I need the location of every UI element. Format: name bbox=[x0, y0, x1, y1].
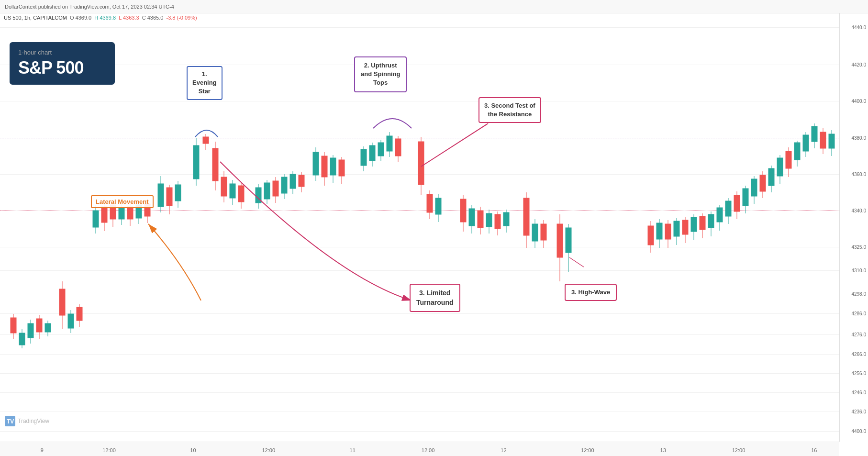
svg-rect-71 bbox=[369, 145, 375, 161]
svg-rect-145 bbox=[812, 126, 817, 142]
open-value: 4369.0 bbox=[76, 15, 93, 21]
evening-star-box: 1.EveningStar bbox=[187, 66, 223, 100]
top-bar: DollarContext published on TradingView.c… bbox=[0, 0, 868, 13]
svg-rect-69 bbox=[361, 149, 367, 166]
svg-rect-137 bbox=[777, 158, 783, 176]
svg-rect-141 bbox=[794, 143, 800, 160]
svg-rect-23 bbox=[119, 208, 124, 219]
svg-rect-9 bbox=[45, 323, 51, 332]
chart-container: DollarContext published on TradingView.c… bbox=[0, 0, 868, 456]
y-label-4325: 4325.0 bbox=[851, 244, 866, 249]
svg-rect-55 bbox=[281, 177, 287, 193]
svg-rect-61 bbox=[313, 152, 319, 175]
svg-rect-87 bbox=[469, 209, 475, 226]
x-label-13: 13 bbox=[660, 447, 666, 453]
x-label-10: 10 bbox=[190, 447, 196, 453]
svg-rect-111 bbox=[665, 224, 671, 239]
svg-rect-107 bbox=[648, 226, 654, 245]
x-axis: 9 12:00 10 12:00 11 12:00 12 12:00 13 12… bbox=[0, 442, 839, 456]
y-label-4440: 4440.0 bbox=[851, 24, 866, 30]
svg-rect-109 bbox=[657, 223, 662, 239]
sp500-info-box: 1-hour chart S&P 500 bbox=[10, 42, 115, 85]
y-label-4340: 4340.0 bbox=[851, 208, 866, 213]
svg-rect-117 bbox=[691, 217, 697, 232]
svg-rect-47 bbox=[238, 186, 244, 202]
y-label-4400-top: 4400.0 bbox=[851, 428, 866, 434]
svg-rect-35 bbox=[175, 185, 181, 201]
svg-rect-143 bbox=[803, 135, 809, 151]
instrument-label: US 500, 1h, CAPITALCOM bbox=[4, 15, 68, 21]
publisher-info: DollarContext published on TradingView.c… bbox=[5, 4, 174, 10]
chart-timeframe: 1-hour chart bbox=[18, 49, 106, 56]
y-label-4276: 4276.0 bbox=[851, 332, 866, 337]
svg-rect-89 bbox=[478, 211, 483, 228]
y-label-4286: 4286.0 bbox=[851, 311, 866, 316]
svg-rect-33 bbox=[167, 188, 172, 206]
svg-rect-51 bbox=[264, 183, 270, 199]
y-label-4266: 4266.0 bbox=[851, 351, 866, 356]
y-label-4246: 4246.0 bbox=[851, 390, 866, 395]
chart-area: .bull { fill: #26a69a; stroke: #26a69a; … bbox=[0, 13, 839, 442]
svg-rect-83 bbox=[435, 198, 441, 214]
svg-rect-11 bbox=[59, 289, 65, 315]
y-label-4420: 4420.0 bbox=[851, 62, 866, 67]
svg-rect-139 bbox=[786, 151, 791, 168]
svg-rect-105 bbox=[566, 228, 571, 253]
lateral-movement-box: Lateral Movement bbox=[91, 195, 154, 208]
upthrust-box: 2. Upthrustand SpinningTops bbox=[354, 56, 407, 92]
svg-rect-59 bbox=[299, 175, 304, 187]
tradingview-logo-icon: TV bbox=[5, 416, 15, 426]
change-value: -3.8 (-0.09%) bbox=[166, 15, 197, 21]
svg-rect-31 bbox=[158, 184, 164, 207]
low-value: 4363.3 bbox=[123, 15, 141, 21]
x-label-11: 11 bbox=[350, 447, 356, 453]
svg-rect-147 bbox=[820, 132, 826, 148]
close-value: 4365.0 bbox=[147, 15, 165, 21]
svg-rect-91 bbox=[486, 213, 492, 227]
svg-rect-53 bbox=[273, 181, 278, 196]
svg-rect-19 bbox=[101, 207, 107, 222]
svg-rect-37 bbox=[193, 145, 199, 179]
y-label-4298: 4298.0 bbox=[851, 291, 866, 297]
svg-rect-65 bbox=[330, 158, 336, 175]
svg-rect-41 bbox=[212, 148, 218, 181]
svg-rect-57 bbox=[290, 174, 296, 189]
svg-rect-45 bbox=[230, 184, 235, 198]
svg-rect-5 bbox=[28, 323, 33, 338]
svg-rect-75 bbox=[387, 136, 392, 151]
y-label-4400: 4400.0 bbox=[851, 99, 866, 104]
x-label-16: 16 bbox=[811, 447, 817, 453]
low-label: L bbox=[119, 15, 122, 21]
svg-rect-79 bbox=[418, 142, 424, 185]
tradingview-watermark: TV TradingView bbox=[5, 416, 49, 426]
svg-rect-115 bbox=[682, 220, 688, 234]
svg-rect-103 bbox=[557, 224, 563, 257]
x-label-12-5: 12:00 bbox=[732, 447, 746, 453]
candles-svg: .bull { fill: #26a69a; stroke: #26a69a; … bbox=[0, 13, 839, 442]
svg-rect-85 bbox=[460, 199, 466, 222]
svg-rect-81 bbox=[427, 194, 433, 212]
y-label-4236: 4236.0 bbox=[851, 409, 866, 414]
open-label: O bbox=[70, 15, 74, 21]
y-label-4310: 4310.0 bbox=[851, 268, 866, 273]
svg-rect-129 bbox=[743, 189, 748, 206]
high-label: H bbox=[94, 15, 98, 21]
x-label-12-day: 12 bbox=[501, 447, 506, 453]
svg-rect-97 bbox=[523, 198, 529, 235]
svg-rect-133 bbox=[760, 175, 766, 191]
y-label-4380: 4380.0 bbox=[851, 135, 866, 140]
x-label-12-1: 12:00 bbox=[102, 447, 116, 453]
svg-rect-43 bbox=[221, 177, 227, 196]
svg-rect-99 bbox=[532, 224, 538, 241]
svg-text:TV: TV bbox=[7, 418, 14, 425]
svg-rect-25 bbox=[127, 207, 133, 219]
limited-turnaround-box: 3. LimitedTurnaround bbox=[410, 284, 460, 312]
svg-rect-39 bbox=[203, 137, 209, 144]
second-test-box: 3. Second Test ofthe Resistance bbox=[479, 97, 541, 123]
svg-rect-13 bbox=[68, 314, 74, 328]
svg-rect-73 bbox=[378, 143, 384, 156]
svg-rect-93 bbox=[495, 214, 501, 229]
ohlc-display: US 500, 1h, CAPITALCOM O 4369.0 H 4369.8… bbox=[4, 13, 197, 22]
svg-rect-95 bbox=[503, 212, 509, 226]
high-value: 4369.8 bbox=[100, 15, 117, 21]
